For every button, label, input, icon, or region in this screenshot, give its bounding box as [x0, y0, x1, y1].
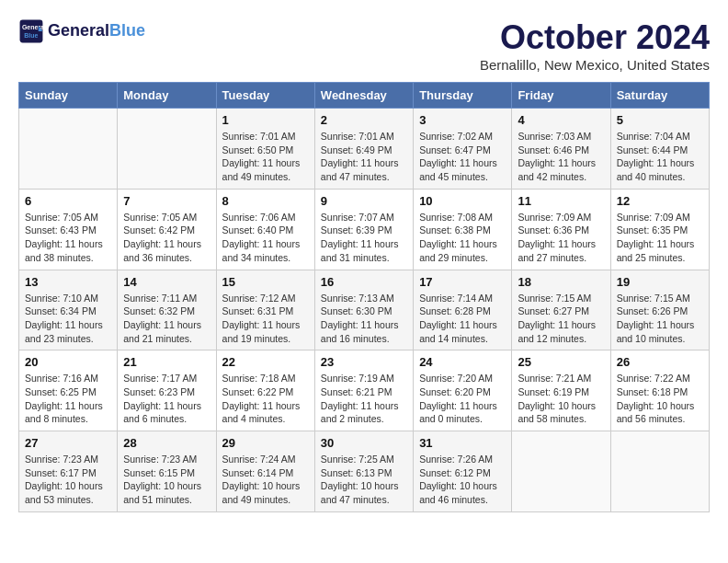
- calendar-cell: 9Sunrise: 7:07 AMSunset: 6:39 PMDaylight…: [314, 189, 413, 270]
- calendar-cell: 15Sunrise: 7:12 AMSunset: 6:31 PMDayligh…: [216, 270, 314, 350]
- cell-content: Sunrise: 7:16 AMSunset: 6:25 PMDaylight:…: [25, 372, 111, 426]
- day-number: 22: [222, 355, 309, 369]
- calendar-cell: 27Sunrise: 7:23 AMSunset: 6:17 PMDayligh…: [19, 431, 118, 512]
- day-number: 11: [518, 194, 604, 208]
- calendar-cell: 14Sunrise: 7:11 AMSunset: 6:32 PMDayligh…: [118, 270, 216, 350]
- cell-content: Sunrise: 7:04 AMSunset: 6:44 PMDaylight:…: [617, 130, 703, 184]
- calendar-cell: [512, 431, 610, 512]
- day-number: 14: [123, 275, 210, 289]
- day-number: 10: [419, 194, 506, 208]
- day-number: 30: [321, 436, 407, 450]
- day-number: 6: [25, 194, 111, 208]
- calendar-cell: 17Sunrise: 7:14 AMSunset: 6:28 PMDayligh…: [414, 270, 512, 350]
- month-title: October 2024: [480, 18, 710, 57]
- day-number: 16: [321, 275, 407, 289]
- day-number: 31: [419, 436, 506, 450]
- calendar-cell: 28Sunrise: 7:23 AMSunset: 6:15 PMDayligh…: [118, 431, 216, 512]
- calendar-cell: 11Sunrise: 7:09 AMSunset: 6:36 PMDayligh…: [512, 189, 610, 270]
- svg-text:Blue: Blue: [24, 32, 38, 39]
- calendar-cell: 6Sunrise: 7:05 AMSunset: 6:43 PMDaylight…: [19, 189, 118, 270]
- calendar-cell: 23Sunrise: 7:19 AMSunset: 6:21 PMDayligh…: [314, 350, 413, 431]
- day-header-wednesday: Wednesday: [314, 83, 413, 109]
- cell-content: Sunrise: 7:12 AMSunset: 6:31 PMDaylight:…: [222, 292, 309, 346]
- day-number: 24: [419, 355, 506, 369]
- day-number: 8: [222, 194, 309, 208]
- cell-content: Sunrise: 7:03 AMSunset: 6:46 PMDaylight:…: [518, 130, 604, 184]
- cell-content: Sunrise: 7:10 AMSunset: 6:34 PMDaylight:…: [25, 292, 111, 346]
- title-area: October 2024 Bernalillo, New Mexico, Uni…: [480, 18, 710, 73]
- calendar-cell: 29Sunrise: 7:24 AMSunset: 6:14 PMDayligh…: [216, 431, 314, 512]
- day-number: 18: [518, 275, 604, 289]
- cell-content: Sunrise: 7:23 AMSunset: 6:17 PMDaylight:…: [25, 453, 111, 507]
- day-number: 25: [518, 355, 604, 369]
- day-header-saturday: Saturday: [610, 83, 709, 109]
- cell-content: Sunrise: 7:23 AMSunset: 6:15 PMDaylight:…: [123, 453, 210, 507]
- cell-content: Sunrise: 7:19 AMSunset: 6:21 PMDaylight:…: [321, 372, 407, 426]
- logo: General Blue GeneralBlue: [18, 18, 145, 44]
- day-number: 23: [321, 355, 407, 369]
- cell-content: Sunrise: 7:14 AMSunset: 6:28 PMDaylight:…: [419, 292, 506, 346]
- day-header-sunday: Sunday: [19, 83, 118, 109]
- cell-content: Sunrise: 7:05 AMSunset: 6:42 PMDaylight:…: [123, 211, 210, 265]
- day-number: 20: [25, 355, 111, 369]
- calendar-cell: 4Sunrise: 7:03 AMSunset: 6:46 PMDaylight…: [512, 109, 610, 190]
- calendar-cell: [610, 431, 709, 512]
- day-number: 3: [419, 113, 506, 127]
- day-number: 4: [518, 113, 604, 127]
- cell-content: Sunrise: 7:21 AMSunset: 6:19 PMDaylight:…: [518, 372, 604, 426]
- day-number: 27: [25, 436, 111, 450]
- calendar-cell: 20Sunrise: 7:16 AMSunset: 6:25 PMDayligh…: [19, 350, 118, 431]
- cell-content: Sunrise: 7:15 AMSunset: 6:26 PMDaylight:…: [617, 292, 703, 346]
- cell-content: Sunrise: 7:01 AMSunset: 6:50 PMDaylight:…: [222, 130, 309, 184]
- cell-content: Sunrise: 7:15 AMSunset: 6:27 PMDaylight:…: [518, 292, 604, 346]
- cell-content: Sunrise: 7:13 AMSunset: 6:30 PMDaylight:…: [321, 292, 407, 346]
- day-number: 5: [617, 113, 703, 127]
- calendar-cell: 8Sunrise: 7:06 AMSunset: 6:40 PMDaylight…: [216, 189, 314, 270]
- cell-content: Sunrise: 7:02 AMSunset: 6:47 PMDaylight:…: [419, 130, 506, 184]
- calendar-cell: 31Sunrise: 7:26 AMSunset: 6:12 PMDayligh…: [414, 431, 512, 512]
- day-number: 7: [123, 194, 210, 208]
- cell-content: Sunrise: 7:09 AMSunset: 6:35 PMDaylight:…: [617, 211, 703, 265]
- calendar-cell: 30Sunrise: 7:25 AMSunset: 6:13 PMDayligh…: [314, 431, 413, 512]
- cell-content: Sunrise: 7:24 AMSunset: 6:14 PMDaylight:…: [222, 453, 309, 507]
- cell-content: Sunrise: 7:08 AMSunset: 6:38 PMDaylight:…: [419, 211, 506, 265]
- location-title: Bernalillo, New Mexico, United States: [480, 57, 710, 73]
- logo-text: GeneralBlue: [48, 22, 145, 40]
- day-header-friday: Friday: [512, 83, 610, 109]
- calendar-cell: 5Sunrise: 7:04 AMSunset: 6:44 PMDaylight…: [610, 109, 709, 190]
- logo-icon: General Blue: [18, 18, 44, 44]
- day-number: 17: [419, 275, 506, 289]
- day-number: 26: [617, 355, 703, 369]
- calendar-cell: 10Sunrise: 7:08 AMSunset: 6:38 PMDayligh…: [414, 189, 512, 270]
- calendar-cell: 26Sunrise: 7:22 AMSunset: 6:18 PMDayligh…: [610, 350, 709, 431]
- day-number: 12: [617, 194, 703, 208]
- day-number: 15: [222, 275, 309, 289]
- cell-content: Sunrise: 7:06 AMSunset: 6:40 PMDaylight:…: [222, 211, 309, 265]
- calendar-cell: 22Sunrise: 7:18 AMSunset: 6:22 PMDayligh…: [216, 350, 314, 431]
- day-header-monday: Monday: [118, 83, 216, 109]
- calendar-cell: 12Sunrise: 7:09 AMSunset: 6:35 PMDayligh…: [610, 189, 709, 270]
- calendar-cell: 2Sunrise: 7:01 AMSunset: 6:49 PMDaylight…: [314, 109, 413, 190]
- calendar-cell: 19Sunrise: 7:15 AMSunset: 6:26 PMDayligh…: [610, 270, 709, 350]
- cell-content: Sunrise: 7:09 AMSunset: 6:36 PMDaylight:…: [518, 211, 604, 265]
- cell-content: Sunrise: 7:07 AMSunset: 6:39 PMDaylight:…: [321, 211, 407, 265]
- calendar-cell: 25Sunrise: 7:21 AMSunset: 6:19 PMDayligh…: [512, 350, 610, 431]
- cell-content: Sunrise: 7:20 AMSunset: 6:20 PMDaylight:…: [419, 372, 506, 426]
- day-number: 1: [222, 113, 309, 127]
- calendar-cell: [19, 109, 118, 190]
- header: General Blue GeneralBlue October 2024 Be…: [18, 18, 710, 73]
- cell-content: Sunrise: 7:22 AMSunset: 6:18 PMDaylight:…: [617, 372, 703, 426]
- calendar-cell: 7Sunrise: 7:05 AMSunset: 6:42 PMDaylight…: [118, 189, 216, 270]
- day-header-thursday: Thursday: [414, 83, 512, 109]
- day-header-tuesday: Tuesday: [216, 83, 314, 109]
- day-number: 2: [321, 113, 407, 127]
- calendar-header: SundayMondayTuesdayWednesdayThursdayFrid…: [19, 83, 710, 109]
- day-number: 28: [123, 436, 210, 450]
- day-number: 21: [123, 355, 210, 369]
- cell-content: Sunrise: 7:17 AMSunset: 6:23 PMDaylight:…: [123, 372, 210, 426]
- cell-content: Sunrise: 7:25 AMSunset: 6:13 PMDaylight:…: [321, 453, 407, 507]
- day-number: 9: [321, 194, 407, 208]
- calendar-cell: 13Sunrise: 7:10 AMSunset: 6:34 PMDayligh…: [19, 270, 118, 350]
- day-number: 19: [617, 275, 703, 289]
- calendar-cell: [118, 109, 216, 190]
